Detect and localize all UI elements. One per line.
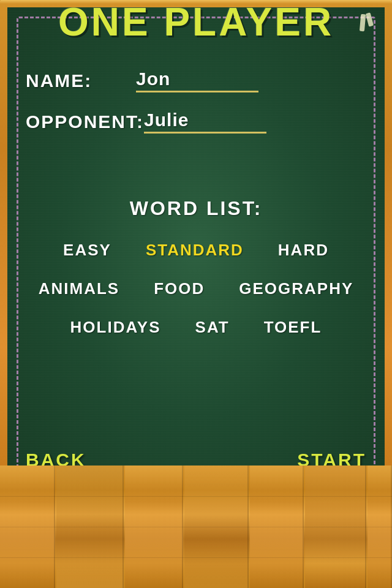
word-row-1: EASY STANDARD HARD (26, 238, 366, 262)
page-title: ONE PLAYER (7, 7, 385, 42)
opponent-row: OPPONENT: Julie (26, 110, 366, 134)
opponent-value: Julie (144, 110, 266, 134)
chalkboard: ONE PLAYER NAME: Jon OPPONENT: Julie WOR… (7, 7, 385, 489)
btn-animals[interactable]: ANIMALS (34, 277, 124, 301)
wood-grain (0, 466, 392, 588)
wood-line-2 (0, 527, 392, 527)
word-list-title: WORD LIST: (26, 197, 366, 220)
form-content: NAME: Jon OPPONENT: Julie (26, 69, 366, 151)
opponent-label: OPPONENT: (26, 111, 144, 132)
wood-line-1 (0, 496, 392, 497)
btn-geography[interactable]: GEOGRAPHY (234, 277, 358, 301)
btn-food[interactable]: FOOD (149, 277, 209, 301)
chalk-piece-1 (360, 14, 366, 32)
name-value: Jon (136, 69, 258, 92)
wood-floor (0, 466, 392, 588)
title-area: ONE PLAYER (7, 7, 385, 42)
frame-shine (0, 0, 392, 4)
btn-sat[interactable]: SAT (190, 315, 235, 339)
btn-standard[interactable]: STANDARD (141, 238, 249, 262)
word-row-2: ANIMALS FOOD GEOGRAPHY (26, 277, 366, 301)
btn-toefl[interactable]: TOEFL (259, 315, 327, 339)
btn-hard[interactable]: HARD (273, 238, 334, 262)
btn-easy[interactable]: EASY (58, 238, 116, 262)
name-row: NAME: Jon (26, 69, 366, 92)
chalkboard-frame: ONE PLAYER NAME: Jon OPPONENT: Julie WOR… (0, 0, 392, 496)
name-label: NAME: (26, 70, 136, 91)
word-row-3: HOLIDAYS SAT TOEFL (26, 315, 366, 339)
word-list-section: WORD LIST: EASY STANDARD HARD ANIMALS FO… (26, 197, 366, 354)
wood-line-3 (0, 557, 392, 558)
btn-holidays[interactable]: HOLIDAYS (66, 315, 166, 339)
